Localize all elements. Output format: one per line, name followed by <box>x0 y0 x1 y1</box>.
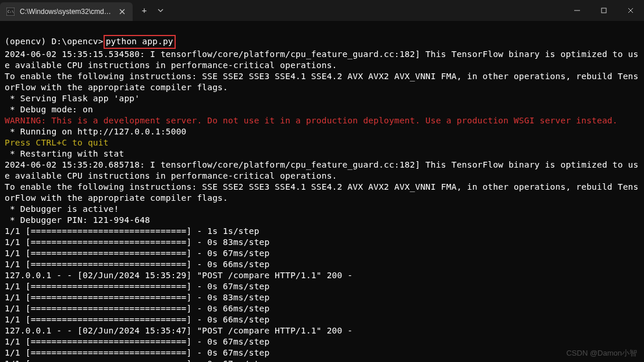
prompt-env: (opencv) <box>5 37 51 46</box>
svg-rect-5 <box>602 8 606 13</box>
output-line: 1/1 [==============================] - 0… <box>5 359 269 362</box>
output-line: 1/1 [==============================] - 0… <box>5 315 269 324</box>
output-line: 127.0.0.1 - - [02/Jun/2024 15:35:29] "PO… <box>5 271 353 280</box>
output-line: 1/1 [==============================] - 0… <box>5 348 269 357</box>
output-hint-line: Press CTRL+C to quit <box>5 138 109 147</box>
output-line: 1/1 [==============================] - 0… <box>5 337 269 346</box>
highlighted-command: python app.py <box>104 35 176 49</box>
watermark: CSDN @Damon小智 <box>566 348 637 359</box>
tab-dropdown-button[interactable] <box>154 0 168 21</box>
output-line: To enable the following instructions: SS… <box>5 182 638 203</box>
output-line: * Debugger PIN: 121-994-648 <box>5 215 150 225</box>
close-button[interactable] <box>617 0 644 21</box>
output-line: 1/1 [==============================] - 0… <box>5 282 269 291</box>
output-line: 1/1 [==============================] - 1… <box>5 226 259 236</box>
svg-text:C:\: C:\ <box>8 9 14 13</box>
tab-title: C:\Windows\system32\cmd.ex <box>20 8 113 16</box>
output-line: 2024-06-02 15:35:15.534580: I tensorflow… <box>5 49 638 70</box>
tab-close-button[interactable] <box>118 7 127 16</box>
output-line: 1/1 [==============================] - 0… <box>5 293 269 302</box>
output-line: 1/1 [==============================] - 0… <box>5 304 269 313</box>
output-line: * Debugger is active! <box>5 204 119 214</box>
window-controls <box>564 0 644 21</box>
output-line: * Debug mode: on <box>5 105 93 114</box>
output-line: To enable the following instructions: SS… <box>5 72 638 92</box>
prompt-path: D:\opencv> <box>51 37 103 46</box>
output-line: 1/1 [==============================] - 0… <box>5 237 269 247</box>
output-line: * Serving Flask app 'app' <box>5 94 140 103</box>
terminal-output[interactable]: (opencv) D:\opencv>python app.py 2024-06… <box>0 21 644 362</box>
tab-actions: + <box>135 0 168 21</box>
titlebar-drag-area[interactable] <box>168 0 564 21</box>
output-line: * Running on http://127.0.0.1:5000 <box>5 127 187 136</box>
maximize-button[interactable] <box>590 0 617 21</box>
title-bar: C:\ C:\Windows\system32\cmd.ex + <box>0 0 644 21</box>
output-line: 127.0.0.1 - - [02/Jun/2024 15:35:47] "PO… <box>5 326 353 335</box>
cmd-icon: C:\ <box>6 7 15 16</box>
minimize-button[interactable] <box>564 0 590 21</box>
tab-active[interactable]: C:\ C:\Windows\system32\cmd.ex <box>0 2 133 21</box>
new-tab-button[interactable]: + <box>135 0 154 21</box>
output-line: 1/1 [==============================] - 0… <box>5 249 269 258</box>
output-line: 2024-06-02 15:35:20.685718: I tensorflow… <box>5 160 638 180</box>
output-warning-line: WARNING: This is a development server. D… <box>5 116 618 125</box>
output-line: * Restarting with stat <box>5 149 124 158</box>
output-line: 1/1 [==============================] - 0… <box>5 260 269 269</box>
